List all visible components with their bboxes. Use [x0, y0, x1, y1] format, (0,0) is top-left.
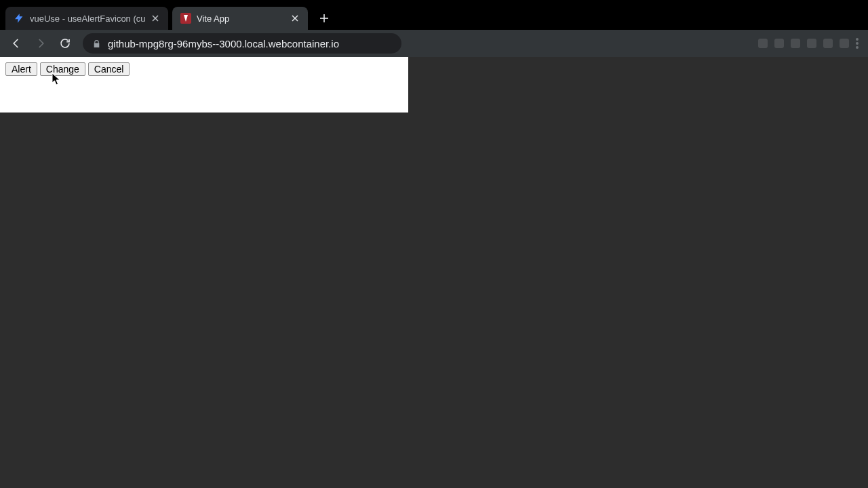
tab-title: vueUse - useAlertFavicon (cus: [30, 14, 145, 24]
url-text: github-mpg8rg-96mybs--3000.local.webcont…: [108, 38, 339, 49]
extension-icon[interactable]: [774, 39, 784, 48]
cancel-button[interactable]: Cancel: [88, 62, 130, 76]
lock-icon: [92, 39, 101, 48]
extension-icon[interactable]: [791, 39, 800, 48]
reload-button[interactable]: [54, 33, 76, 54]
browser-menu-icon[interactable]: [856, 38, 859, 49]
extension-icon[interactable]: [840, 39, 849, 48]
bolt-icon: [14, 13, 24, 24]
browser-toolbar: github-mpg8rg-96mybs--3000.local.webcont…: [0, 30, 868, 57]
page-viewport: Alert Change Cancel: [0, 57, 408, 113]
extension-icon[interactable]: [758, 39, 768, 48]
tab-title: Vite App: [197, 14, 285, 24]
close-icon[interactable]: [149, 12, 161, 24]
page-content: Alert Change Cancel: [0, 57, 408, 81]
address-bar[interactable]: github-mpg8rg-96mybs--3000.local.webcont…: [83, 33, 401, 54]
back-button[interactable]: [5, 33, 27, 54]
alert-button[interactable]: Alert: [5, 62, 37, 76]
change-button[interactable]: Change: [40, 62, 85, 76]
extension-icon[interactable]: [807, 39, 816, 48]
tab-vueuse[interactable]: vueUse - useAlertFavicon (cus: [5, 7, 168, 30]
tab-strip: vueUse - useAlertFavicon (cus Vite App: [0, 0, 868, 30]
tab-vite-app[interactable]: Vite App: [172, 7, 308, 30]
new-tab-button[interactable]: [315, 9, 334, 28]
extension-icon[interactable]: [823, 39, 833, 48]
extension-area: [758, 38, 863, 49]
close-icon[interactable]: [289, 12, 301, 24]
vite-icon: [180, 13, 191, 24]
forward-button[interactable]: [30, 33, 52, 54]
